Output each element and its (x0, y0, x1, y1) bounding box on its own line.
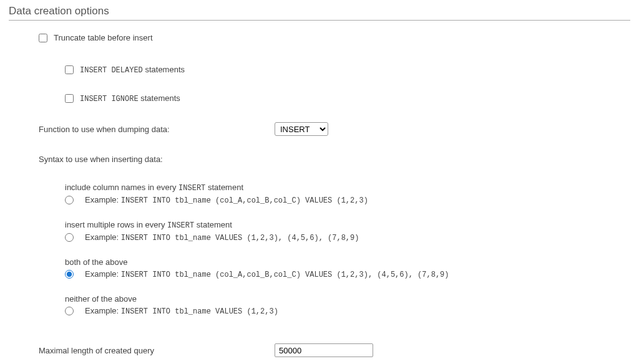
insert-ignore-keyword: INSERT IGNORE (80, 95, 139, 103)
max-length-input[interactable] (275, 343, 373, 357)
radio-label-include-columns[interactable]: include column names in every INSERT sta… (65, 183, 630, 193)
radio-label-prefix-2: insert multiple rows in every (65, 220, 167, 229)
max-length-label: Maximal length of created query (39, 346, 275, 355)
radio-label-keyword-2: INSERT (167, 221, 194, 230)
section-title: Data creation options (9, 5, 630, 21)
radio-item-include-columns: include column names in every INSERT sta… (65, 183, 630, 205)
options-container: Truncate table before insert INSERT DELA… (9, 33, 630, 364)
syntax-label: Syntax to use when inserting data: (39, 155, 630, 164)
insert-delayed-checkbox[interactable] (65, 65, 74, 74)
radio-neither[interactable] (65, 307, 74, 315)
radio-item-both: both of the above Example: INSERT INTO t… (65, 257, 630, 279)
radio-label-suffix-2: statement (194, 220, 232, 229)
insert-delayed-keyword: INSERT DELAYED (80, 66, 143, 75)
example-code-3: INSERT INTO tbl_name (col_A,col_B,col_C)… (121, 271, 449, 279)
truncate-label[interactable]: Truncate table before insert (54, 33, 153, 42)
radio-label-multiple-rows[interactable]: insert multiple rows in every INSERT sta… (65, 220, 630, 230)
insert-delayed-row: INSERT DELAYED statements (65, 65, 630, 75)
radio-item-multiple-rows: insert multiple rows in every INSERT sta… (65, 220, 630, 242)
insert-ignore-checkbox[interactable] (65, 94, 74, 103)
function-select[interactable]: INSERT (275, 122, 328, 136)
radio-label-both[interactable]: both of the above (65, 257, 630, 267)
example-4: Example: INSERT INTO tbl_name VALUES (1,… (85, 306, 278, 316)
function-label: Function to use when dumping data: (39, 125, 275, 134)
insert-ignore-label[interactable]: INSERT IGNORE statements (80, 93, 180, 103)
function-row: Function to use when dumping data: INSER… (39, 122, 630, 136)
radio-multiple-rows[interactable] (65, 233, 74, 242)
radio-both[interactable] (65, 270, 74, 279)
example-1: Example: INSERT INTO tbl_name (col_A,col… (85, 195, 368, 205)
example-code-2: INSERT INTO tbl_name VALUES (1,2,3), (4,… (121, 234, 359, 242)
example-prefix-2: Example: (85, 232, 121, 242)
insert-delayed-suffix: statements (143, 65, 185, 74)
example-code-1: INSERT INTO tbl_name (col_A,col_B,col_C)… (121, 196, 368, 205)
radio-item-neither: neither of the above Example: INSERT INT… (65, 294, 630, 316)
example-prefix-1: Example: (85, 195, 121, 204)
syntax-radio-group: include column names in every INSERT sta… (65, 183, 630, 316)
radio-label-suffix-1: statement (205, 183, 243, 192)
truncate-row: Truncate table before insert (39, 33, 630, 42)
radio-label-prefix-1: include column names in every (65, 183, 178, 192)
insert-delayed-label[interactable]: INSERT DELAYED statements (80, 65, 185, 75)
truncate-checkbox[interactable] (39, 34, 47, 42)
example-prefix-3: Example: (85, 269, 121, 279)
radio-label-keyword-1: INSERT (178, 184, 205, 193)
radio-include-columns[interactable] (65, 196, 74, 204)
example-code-4: INSERT INTO tbl_name VALUES (1,2,3) (121, 307, 278, 316)
insert-ignore-suffix: statements (139, 93, 180, 103)
example-2: Example: INSERT INTO tbl_name VALUES (1,… (85, 232, 359, 242)
example-prefix-4: Example: (85, 306, 121, 315)
max-length-row: Maximal length of created query (39, 343, 630, 357)
insert-ignore-row: INSERT IGNORE statements (65, 93, 630, 103)
radio-label-neither[interactable]: neither of the above (65, 294, 630, 304)
example-3: Example: INSERT INTO tbl_name (col_A,col… (85, 269, 449, 279)
